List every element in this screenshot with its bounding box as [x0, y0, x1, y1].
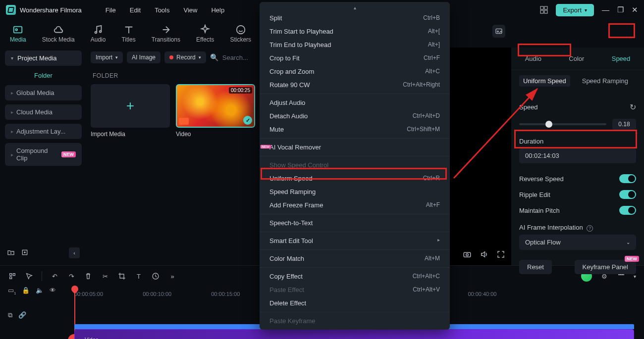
ctx-item-crop-and-zoom[interactable]: Crop and ZoomAlt+C — [260, 65, 450, 78]
snapshot-icon[interactable] — [492, 25, 505, 38]
sidebar-item-cloud-media[interactable]: ▸Cloud Media — [5, 104, 82, 120]
video-clip-tile[interactable]: 00:00:25 ✓ — [176, 84, 255, 128]
chevron-right-icon: ▸ — [437, 237, 440, 244]
slider-thumb[interactable] — [545, 121, 552, 128]
track-visible-icon[interactable]: 👁 — [50, 287, 56, 295]
right-tab-speed[interactable]: Speed — [607, 52, 636, 65]
speed-tab-ramping[interactable]: Speed Ramping — [578, 75, 632, 87]
menu-tools[interactable]: Tools — [155, 6, 169, 14]
magnet-icon[interactable] — [8, 272, 17, 281]
timeline-clip[interactable]: ▸ Video — [74, 329, 634, 339]
tab-stock-media[interactable]: Stock Media — [42, 24, 75, 43]
tab-audio[interactable]: Audio — [91, 24, 106, 43]
maintain-pitch-toggle[interactable] — [619, 206, 636, 215]
help-icon[interactable]: ? — [587, 225, 593, 232]
speed-label: Speed — [519, 103, 538, 111]
track-link-icon[interactable]: 🔗 — [18, 311, 26, 319]
sidebar-item-global-media[interactable]: ▸Global Media — [5, 85, 82, 100]
undo-icon[interactable]: ↶ — [50, 272, 59, 281]
ctx-item-trim-end-to-playhead[interactable]: Trim End to PlayheadAlt+] — [260, 38, 450, 51]
volume-icon[interactable] — [480, 250, 488, 260]
scroll-up-icon[interactable]: ▴ — [260, 4, 450, 11]
tab-titles[interactable]: Titles — [121, 24, 135, 43]
sidebar-item-compound-clip[interactable]: ▸Compound ClipNEW — [5, 143, 82, 166]
interpolation-dropdown[interactable]: Optical Flow ⌄ — [519, 235, 636, 250]
new-folder-icon[interactable] — [7, 248, 15, 258]
ctx-item-split[interactable]: SplitCtrl+B — [260, 11, 450, 25]
speed-slider[interactable] — [519, 123, 606, 125]
tab-stickers[interactable]: Stickers — [230, 24, 251, 43]
duration-input[interactable]: 00:02:14:03 — [519, 148, 636, 163]
import-media-tile[interactable]: + — [91, 84, 170, 128]
keyframe-panel-button[interactable]: Keyframe Panel NEW — [575, 260, 637, 274]
ctx-item-add-freeze-frame[interactable]: Add Freeze FrameAlt+F — [260, 198, 450, 212]
sidebar-item-adjustment-layer[interactable]: ▸Adjustment Lay... — [5, 124, 82, 139]
close-icon[interactable]: ✕ — [632, 5, 638, 14]
cursor-icon[interactable] — [25, 272, 34, 281]
redo-icon[interactable]: ↷ — [67, 272, 76, 281]
menu-edit[interactable]: Edit — [130, 6, 141, 14]
text-icon — [123, 24, 134, 35]
track-video-icon[interactable]: ▭1 — [8, 287, 16, 295]
chevron-right-icon: ▸ — [11, 152, 13, 157]
import-button[interactable]: Import▾ — [91, 51, 123, 63]
menu-file[interactable]: File — [106, 6, 116, 14]
speed-tab-uniform[interactable]: Uniform Speed — [519, 75, 570, 87]
layout-grid-icon[interactable] — [540, 6, 548, 14]
ctx-item-mute[interactable]: MuteCtrl+Shift+M — [260, 123, 450, 136]
play-icon: ▸ — [79, 337, 82, 339]
ctx-item-rotate-90-cw[interactable]: Rotate 90 CWCtrl+Alt+Right — [260, 78, 450, 92]
ctx-item-delete-effect[interactable]: Delete Effect — [260, 296, 450, 310]
speed-value[interactable]: 0.18 — [612, 119, 636, 130]
ctx-item-copy-effect[interactable]: Copy EffectCtrl+Alt+C — [260, 270, 450, 283]
ctx-item-adjust-audio[interactable]: Adjust Audio — [260, 96, 450, 109]
ctx-item-color-match[interactable]: Color MatchAlt+M — [260, 252, 450, 265]
delete-icon[interactable] — [84, 272, 93, 281]
ctx-item-speech-to-text[interactable]: Speech-to-Text — [260, 216, 450, 230]
track-copy-icon[interactable]: ⧉ — [8, 311, 12, 319]
tab-media[interactable]: Media — [10, 24, 26, 43]
new-bin-icon[interactable] — [21, 248, 29, 258]
ctx-item-uniform-speed[interactable]: Uniform SpeedCtrl+R — [260, 172, 450, 185]
chevron-down-icon[interactable]: ▾ — [634, 274, 636, 279]
search-icon[interactable]: 🔍 — [210, 53, 218, 61]
export-button[interactable]: Export ▾ — [556, 4, 594, 16]
svg-rect-16 — [10, 277, 12, 279]
reset-speed-icon[interactable]: ↻ — [630, 102, 636, 112]
right-tab-color[interactable]: Color — [564, 52, 589, 65]
ripple-edit-toggle[interactable] — [619, 190, 636, 199]
ctx-item-ai-vocal-remover[interactable]: AI Vocal Remover — [260, 141, 450, 154]
ctx-item-crop-to-fit[interactable]: Crop to FitCtrl+F — [260, 51, 450, 65]
chevron-right-icon: ▸ — [11, 90, 13, 96]
ctx-item-smart-edit-tool[interactable]: Smart Edit Tool▸ — [260, 234, 450, 247]
fullscreen-icon[interactable] — [496, 250, 505, 260]
reset-button[interactable]: Reset — [519, 260, 552, 274]
right-tab-audio[interactable]: Audio — [520, 52, 546, 65]
camera-icon[interactable] — [463, 250, 472, 260]
project-media-header[interactable]: ▾ Project Media — [5, 50, 82, 66]
tab-effects[interactable]: Effects — [196, 24, 214, 43]
menu-view[interactable]: View — [183, 6, 197, 14]
menu-help[interactable]: Help — [211, 6, 224, 14]
ai-image-button[interactable]: AI Image — [127, 51, 161, 63]
ctx-item-detach-audio[interactable]: Detach AudioCtrl+Alt+D — [260, 109, 450, 123]
cut-icon[interactable]: ✂ — [101, 272, 109, 281]
text-tool-icon[interactable]: T — [134, 272, 143, 281]
search-input[interactable]: Search... — [222, 54, 248, 61]
crop-icon[interactable] — [117, 272, 126, 281]
more-icon[interactable]: » — [168, 272, 177, 281]
collapse-sidebar-button[interactable]: ‹ — [69, 247, 80, 258]
record-button[interactable]: Record▾ — [164, 51, 206, 63]
minimize-icon[interactable]: — — [602, 5, 609, 14]
chevron-left-icon: ‹ — [73, 250, 75, 256]
ctx-item-trim-start-to-playhead[interactable]: Trim Start to PlayheadAlt+[ — [260, 25, 450, 38]
track-mute-icon[interactable]: 🔈 — [36, 287, 44, 295]
maximize-icon[interactable]: ❐ — [617, 5, 624, 14]
folder-tab[interactable]: Folder — [5, 66, 82, 85]
track-lock-icon[interactable]: 🔒 — [22, 287, 30, 295]
tab-transitions[interactable]: Transitions — [152, 24, 180, 43]
speed-tool-icon[interactable] — [151, 272, 160, 281]
ctx-item-speed-ramping[interactable]: Speed Ramping — [260, 185, 450, 198]
reverse-speed-toggle[interactable] — [619, 174, 636, 183]
interpolation-label: AI Frame Interpolation — [519, 224, 583, 231]
